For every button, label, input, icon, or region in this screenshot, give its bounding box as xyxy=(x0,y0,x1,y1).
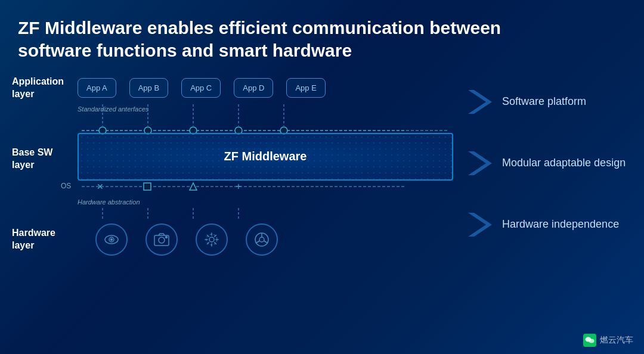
app-e: App E xyxy=(286,78,325,98)
svg-point-27 xyxy=(209,237,214,242)
hardware-layer-label: Hardware layer xyxy=(12,227,78,252)
svg-point-38 xyxy=(589,339,595,343)
svg-line-32 xyxy=(256,241,260,243)
chevron-icon-2 xyxy=(465,148,495,178)
diagram-section: Application layer App A App B App C App … xyxy=(12,71,453,262)
basesw-layer: Base SW layer xyxy=(12,126,453,192)
os-label: OS xyxy=(61,182,71,190)
middleware-box: ZF Middleware xyxy=(78,133,453,181)
hw-icon-eye xyxy=(95,223,128,256)
software-platform-text: Software platform xyxy=(502,95,586,108)
chevron-icon-1 xyxy=(465,87,495,117)
app-a: App A xyxy=(78,78,116,98)
svg-point-30 xyxy=(259,237,264,242)
svg-text:✕: ✕ xyxy=(97,182,104,191)
modular-design-text: Modular adaptable design xyxy=(502,156,626,170)
watermark: 燃云汽车 xyxy=(583,334,633,347)
svg-rect-14 xyxy=(144,183,151,190)
app-d: App D xyxy=(234,78,273,98)
hw-icon-gear xyxy=(196,223,228,256)
hardware-layer: Hardware layer xyxy=(12,220,453,262)
middleware-label: ZF Middleware xyxy=(224,150,307,163)
title-line2: software functions and smart hardware xyxy=(18,41,352,60)
dashed-lines-top xyxy=(78,104,453,126)
main-content: Application layer App A App B App C App … xyxy=(0,71,644,262)
hardware-independence-text: Hardware independence xyxy=(502,218,619,231)
svg-point-26 xyxy=(166,236,168,238)
hw-icon-camera xyxy=(145,223,178,256)
label-software-platform: Software platform xyxy=(465,87,626,117)
watermark-text: 燃云汽车 xyxy=(600,335,633,346)
label-modular-design: Modular adaptable design xyxy=(465,148,626,178)
title-line1: ZF Middleware enables efficient communic… xyxy=(18,18,501,38)
wechat-icon xyxy=(583,334,596,347)
basesw-layer-label: Base SW layer xyxy=(12,147,78,172)
svg-marker-15 xyxy=(190,183,197,190)
middleware-wrapper: ZF Middleware OS ✕ + xyxy=(78,126,453,192)
application-layer: Application layer App A App B App C App … xyxy=(12,71,453,104)
dashed-lines-hw xyxy=(78,208,453,220)
svg-point-25 xyxy=(159,237,165,243)
title-section: ZF Middleware enables efficient communic… xyxy=(0,0,644,71)
svg-text:+: + xyxy=(236,181,241,191)
app-c: App C xyxy=(181,78,221,98)
svg-marker-34 xyxy=(468,90,492,114)
svg-marker-36 xyxy=(468,213,492,237)
apps-row: App A App B App C App D App E xyxy=(78,78,453,98)
main-title: ZF Middleware enables efficient communic… xyxy=(18,17,537,61)
app-b: App B xyxy=(129,78,168,98)
svg-line-33 xyxy=(264,241,268,243)
labels-section: Software platform Modular adaptable desi… xyxy=(453,71,632,262)
hw-icon-steering xyxy=(246,223,278,256)
svg-marker-35 xyxy=(468,151,492,175)
application-layer-label: Application layer xyxy=(12,76,78,101)
svg-point-23 xyxy=(111,238,113,240)
chevron-icon-3 xyxy=(465,210,495,240)
bottom-symbols-svg: ✕ + xyxy=(78,181,453,192)
hw-abstraction-label: Hardware abstraction xyxy=(78,198,453,206)
label-hardware-independence: Hardware independence xyxy=(465,210,626,240)
hw-icons-row xyxy=(78,223,453,256)
